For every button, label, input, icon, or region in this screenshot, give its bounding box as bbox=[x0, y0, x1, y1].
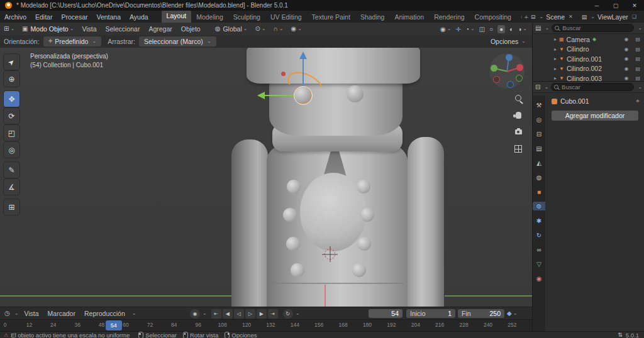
outliner-row[interactable]: ▸▼Cilindro.002◉▤ bbox=[533, 64, 644, 74]
expand-icon[interactable]: ▸ bbox=[554, 46, 557, 52]
filter-icon[interactable]: ⌄ bbox=[638, 26, 642, 31]
gizmo-y-axis-handle[interactable] bbox=[264, 95, 294, 96]
expand-icon[interactable]: ▸ bbox=[554, 75, 557, 81]
frame-start-field[interactable]: Inicio 1 bbox=[406, 309, 455, 318]
viewport-menu-item[interactable]: Vista bbox=[77, 25, 101, 33]
add-modifier-button[interactable]: Agregar modificador bbox=[552, 111, 638, 121]
x-negative-ball[interactable] bbox=[493, 76, 500, 83]
pivot-selector[interactable]: ⊙ ⌄ bbox=[252, 26, 270, 32]
chevron-down-icon[interactable]: ⌄ bbox=[544, 85, 548, 90]
transport-jump-to-start[interactable]: ⇤ bbox=[211, 309, 221, 319]
camera-visibility-icon[interactable]: ▤ bbox=[635, 56, 640, 62]
tool-move[interactable]: ✥ bbox=[4, 91, 19, 107]
y-negative-ball[interactable] bbox=[516, 75, 523, 82]
expand-icon[interactable]: ▸ bbox=[554, 36, 557, 42]
eye-icon[interactable]: ◉ bbox=[624, 46, 628, 52]
tool-scale[interactable]: ◰ bbox=[4, 125, 19, 141]
transport-jump-to-end[interactable]: ⇥ bbox=[268, 309, 278, 319]
viewport-menu-item[interactable]: Seleccionar bbox=[101, 25, 145, 33]
menu-item[interactable]: Archivo bbox=[0, 13, 31, 21]
outliner-row[interactable]: ▸▼Cilindro.001◉▤ bbox=[533, 54, 644, 64]
menu-item[interactable]: Editar bbox=[31, 13, 57, 21]
camera-visibility-icon[interactable]: ▤ bbox=[635, 75, 640, 81]
editor-type-button[interactable]: ⊞ ⌄ bbox=[0, 26, 18, 32]
properties-tab-material[interactable]: ◉ bbox=[533, 274, 545, 283]
outliner-row[interactable]: ▸▦Camera◈◉▤ bbox=[533, 35, 644, 45]
outliner-search-input[interactable] bbox=[552, 24, 634, 32]
minimize-button[interactable]: ─ bbox=[587, 0, 606, 11]
show-gizmo-button[interactable]: ✛ bbox=[456, 26, 461, 33]
viewlayer-name[interactable]: ViewLayer bbox=[597, 13, 628, 21]
timeline-menu-item[interactable]: Vista bbox=[19, 310, 43, 317]
menu-item[interactable]: Procesar bbox=[57, 13, 92, 21]
menu-item[interactable]: Ayuda bbox=[125, 13, 153, 21]
timeline-menu-item[interactable]: Reproducción bbox=[80, 310, 130, 317]
navigation-gizmo[interactable] bbox=[489, 53, 525, 89]
expand-icon[interactable]: ▸ bbox=[554, 66, 557, 72]
properties-tab-view-layer[interactable]: ▤ bbox=[533, 144, 545, 153]
eye-icon[interactable]: ◉ bbox=[624, 66, 628, 72]
pin-icon[interactable]: ⌖ bbox=[636, 97, 640, 105]
mode-selector[interactable]: ▣ Modo Objeto ⌄ bbox=[18, 25, 77, 33]
properties-tab-physics[interactable]: ↻ bbox=[533, 231, 545, 239]
tool-rotate[interactable]: ⟳ bbox=[4, 108, 19, 124]
z-positive-ball[interactable] bbox=[506, 54, 513, 61]
object-visibility-button[interactable]: ◉ ⌄ bbox=[440, 26, 451, 33]
properties-search-input[interactable] bbox=[551, 83, 634, 91]
viewport-menu-item[interactable]: Agregar bbox=[144, 25, 176, 33]
properties-tab-constraints[interactable]: ∞ bbox=[533, 245, 545, 254]
outliner-row[interactable]: ▸▼Cilindro◉▤ bbox=[533, 45, 644, 55]
viewlayer-copy-icon[interactable]: ❏ bbox=[632, 14, 636, 19]
transport-play[interactable]: ▷ bbox=[245, 309, 255, 319]
viewport-menu-item[interactable]: Objeto bbox=[177, 25, 205, 33]
tool-cursor[interactable]: ⊕ bbox=[4, 71, 19, 87]
transport-play-reverse[interactable]: ◁ bbox=[234, 309, 244, 319]
shading-wireframe-button[interactable]: ○ bbox=[489, 26, 493, 33]
properties-tab-object[interactable]: ■ bbox=[533, 187, 545, 196]
tool-measure[interactable]: ∡ bbox=[4, 179, 19, 195]
chevron-down-icon[interactable]: ⌄ bbox=[203, 311, 207, 316]
workspace-tab[interactable]: Sculpting bbox=[228, 12, 265, 22]
gizmo-x-axis-dot[interactable] bbox=[281, 72, 286, 76]
workspace-tab[interactable]: UV Editing bbox=[265, 12, 307, 22]
playback-sync-button[interactable]: ↻ bbox=[283, 309, 293, 319]
outliner-editor-icon[interactable]: ▤ bbox=[535, 25, 541, 31]
expand-icon[interactable]: ▸ bbox=[554, 56, 557, 62]
properties-tab-particles[interactable]: ✱ bbox=[533, 216, 545, 225]
workspace-tab[interactable]: Layout bbox=[162, 11, 192, 23]
viewlayer-icon[interactable]: ▤ bbox=[582, 14, 587, 20]
orientation-selector[interactable]: ◍ Global ⌄ bbox=[211, 25, 252, 33]
playhead[interactable]: 54 bbox=[106, 320, 122, 330]
ortho-toggle-button[interactable] bbox=[512, 143, 525, 155]
transport-prev-keyframe[interactable]: ◀ bbox=[223, 309, 233, 319]
filter-icon[interactable]: ⌄ bbox=[638, 85, 642, 90]
workspace-tab[interactable]: Texture Paint bbox=[307, 12, 355, 22]
properties-tab-object-data[interactable]: ▽ bbox=[533, 259, 545, 268]
camera-view-button[interactable] bbox=[512, 126, 525, 138]
chevron-down-icon[interactable]: ⌄ bbox=[14, 311, 19, 316]
pan-button[interactable] bbox=[512, 109, 525, 121]
frame-end-field[interactable]: Fin 250 bbox=[458, 309, 504, 318]
snap-toggle[interactable]: ∩ ⌄ bbox=[270, 26, 287, 32]
auto-keyframe-button[interactable]: ◉ bbox=[190, 309, 200, 319]
options-dropdown[interactable]: Opciones ⌄ bbox=[491, 38, 532, 45]
workspace-tab[interactable]: Modeling bbox=[191, 12, 228, 22]
gizmo-free-move-ring[interactable] bbox=[294, 86, 313, 105]
properties-tab-modifiers[interactable]: ⚙ bbox=[533, 202, 545, 210]
shading-solid-button[interactable]: ● bbox=[497, 25, 505, 33]
properties-tab-tool[interactable]: ⚒ bbox=[533, 101, 545, 109]
tool-transform[interactable]: ◎ bbox=[4, 142, 19, 158]
scene-name[interactable]: Scene bbox=[546, 13, 565, 21]
x-positive-ball[interactable] bbox=[516, 64, 523, 71]
outliner-row[interactable]: ▸▼Cilindro.003◉▤ bbox=[533, 74, 644, 81]
camera-visibility-icon[interactable]: ▤ bbox=[635, 46, 640, 52]
blender-logo-icon[interactable] bbox=[5, 2, 12, 9]
tool-add-cube[interactable]: ⊞ bbox=[4, 199, 19, 215]
maximize-button[interactable]: ▢ bbox=[606, 0, 625, 11]
scene-unlink-icon[interactable]: ✕ bbox=[569, 14, 573, 19]
workspace-tab[interactable]: Compositing bbox=[470, 12, 516, 22]
shading-material-button[interactable]: ◐ bbox=[509, 26, 513, 33]
eye-icon[interactable]: ◉ bbox=[624, 56, 628, 62]
eye-icon[interactable]: ◉ bbox=[624, 75, 628, 81]
scene-icon[interactable]: ⊟ bbox=[531, 14, 536, 20]
